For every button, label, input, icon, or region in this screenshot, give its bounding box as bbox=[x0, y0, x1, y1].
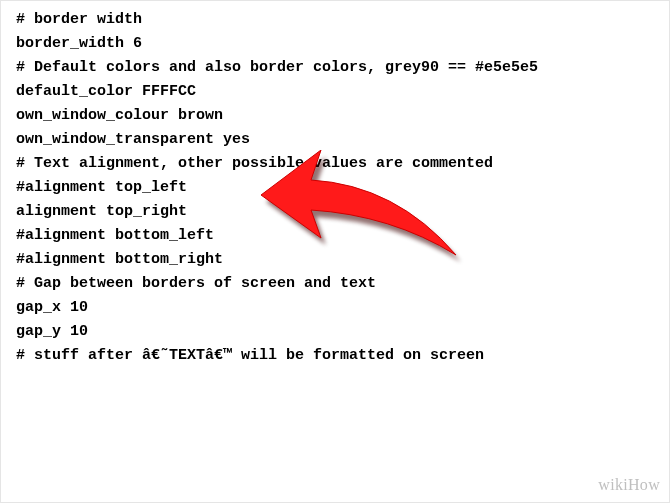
code-line: # Gap between borders of screen and text bbox=[16, 272, 654, 296]
code-line: #alignment bottom_right bbox=[16, 248, 654, 272]
code-line: #alignment top_left bbox=[16, 176, 654, 200]
code-line: border_width 6 bbox=[16, 32, 654, 56]
config-text-document: # border width border_width 6 # Default … bbox=[0, 0, 670, 503]
code-line: # stuff after â€˜TEXTâ€™ will be formatt… bbox=[16, 344, 654, 368]
code-line: own_window_colour brown bbox=[16, 104, 654, 128]
code-line: default_color FFFFCC bbox=[16, 80, 654, 104]
code-line: gap_x 10 bbox=[16, 296, 654, 320]
code-line: #alignment bottom_left bbox=[16, 224, 654, 248]
code-line-highlighted: own_window_transparent yes bbox=[16, 128, 654, 152]
code-line: gap_y 10 bbox=[16, 320, 654, 344]
watermark-text: wikiHow bbox=[598, 476, 660, 493]
code-line: # border width bbox=[16, 8, 654, 32]
code-line: # Default colors and also border colors,… bbox=[16, 56, 654, 80]
code-line: alignment top_right bbox=[16, 200, 654, 224]
wikihow-watermark: wikiHow bbox=[598, 473, 660, 497]
code-line: # Text alignment, other possible values … bbox=[16, 152, 654, 176]
